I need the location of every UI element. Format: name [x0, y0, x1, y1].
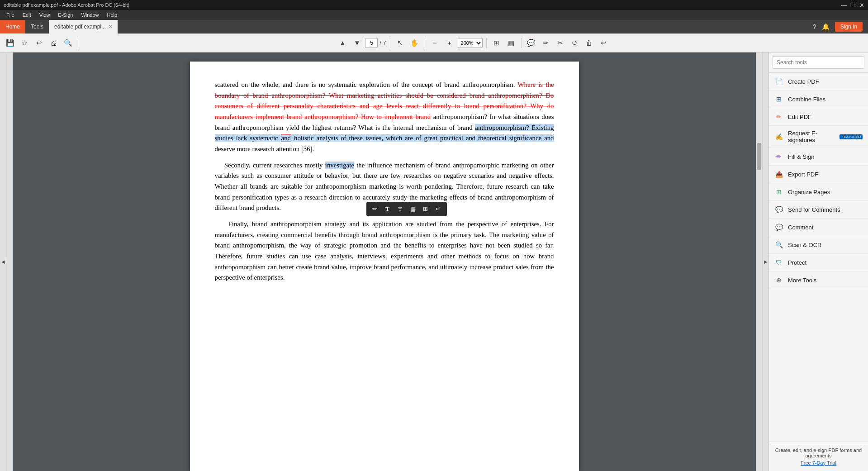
- page-input[interactable]: [365, 38, 378, 48]
- fill-sign-item[interactable]: ✏ Fill & Sign: [769, 148, 868, 166]
- highlighted-text-2: investigate: [325, 162, 354, 169]
- combine-files-item[interactable]: ⊞ Combine Files: [769, 90, 868, 108]
- zoom-select[interactable]: 200% 150% 100% 75%: [458, 38, 483, 48]
- export-pdf-icon: 📤: [774, 170, 783, 179]
- edit-pdf-icon: ✏: [774, 112, 783, 121]
- ft-text-strike[interactable]: T: [394, 204, 406, 214]
- protect-icon: 🛡: [774, 258, 783, 267]
- left-arrow-icon: ◀: [1, 259, 5, 264]
- two-page-icon[interactable]: ▦: [505, 37, 517, 49]
- create-pdf-icon: 📄: [774, 77, 783, 86]
- rotate-icon[interactable]: ↺: [569, 37, 581, 49]
- vertical-scrollbar[interactable]: [756, 52, 762, 471]
- restore-button[interactable]: ❐: [850, 2, 856, 9]
- window-controls[interactable]: — ❐ ✕: [841, 2, 864, 9]
- separator-5: [521, 38, 522, 48]
- total-pages: 7: [383, 40, 386, 46]
- undo-icon[interactable]: ↩: [598, 37, 610, 49]
- protect-item[interactable]: 🛡 Protect: [769, 254, 868, 271]
- menu-esign[interactable]: E-Sign: [54, 11, 76, 19]
- ft-text[interactable]: T: [382, 204, 394, 214]
- pdf-area: scattered on the whole, and there is no …: [6, 52, 762, 471]
- create-pdf-item[interactable]: 📄 Create PDF: [769, 73, 868, 90]
- fit-page-icon[interactable]: ⊞: [490, 37, 503, 49]
- send-comments-icon: 💬: [774, 205, 783, 214]
- tab-bar: Home Tools editable pdf exampl... ✕ ? 🔔 …: [0, 20, 868, 33]
- trial-link[interactable]: Free 7-Day Trial: [801, 460, 836, 466]
- scan-ocr-item[interactable]: 🔍 Scan & OCR: [769, 236, 868, 254]
- tab-tools[interactable]: Tools: [25, 20, 49, 33]
- save-icon[interactable]: 💾: [4, 37, 16, 49]
- para-1: scattered on the whole, and there is no …: [215, 80, 554, 155]
- comment-item[interactable]: 💬 Comment: [769, 219, 868, 236]
- menu-window[interactable]: Window: [77, 11, 102, 19]
- fill-sign-icon: ✏: [774, 152, 783, 161]
- notification-icon[interactable]: 🔔: [822, 23, 830, 30]
- organize-pages-item[interactable]: ⊞ Organize Pages: [769, 183, 868, 201]
- create-pdf-label: Create PDF: [788, 78, 819, 85]
- right-panel: 📄 Create PDF ⊞ Combine Files ✏ Edit PDF …: [768, 52, 868, 471]
- search-tools-input[interactable]: [773, 56, 864, 69]
- strikethrough-text: Where is the boundary of brand anthropom…: [215, 81, 554, 120]
- ft-highlight[interactable]: ▦: [407, 204, 419, 214]
- page-nav: / 7: [365, 38, 386, 48]
- edit-pdf-item[interactable]: ✏ Edit PDF: [769, 108, 868, 126]
- request-esign-item[interactable]: ✍ Request E-signatures FEATURED: [769, 126, 868, 148]
- edit-pdf-label: Edit PDF: [788, 114, 811, 120]
- more-tools-item[interactable]: ⊕ More Tools: [769, 271, 868, 289]
- hand-tool[interactable]: ✋: [408, 37, 421, 49]
- ft-pencil[interactable]: ✏: [369, 204, 381, 214]
- tab-tools-label: Tools: [31, 24, 43, 30]
- ft-box[interactable]: ⊞: [420, 204, 432, 214]
- scrollbar-thumb[interactable]: [757, 143, 761, 170]
- scan-ocr-icon: 🔍: [774, 240, 783, 249]
- comment-label: Comment: [788, 224, 813, 231]
- float-toolbar: ✏ T T ▦ ⊞ ↩: [366, 202, 447, 216]
- menu-file[interactable]: File: [3, 11, 18, 19]
- ft-arrow[interactable]: ↩: [432, 204, 444, 214]
- close-button[interactable]: ✕: [859, 2, 864, 9]
- export-pdf-item[interactable]: 📤 Export PDF: [769, 166, 868, 183]
- tab-document-label: editable pdf exampl...: [54, 24, 106, 30]
- right-collapse[interactable]: ▶: [762, 52, 768, 471]
- send-comments-label: Send for Comments: [788, 206, 840, 213]
- tab-home[interactable]: Home: [0, 20, 25, 33]
- menu-edit[interactable]: Edit: [19, 11, 35, 19]
- right-collapse-icon: ▶: [764, 259, 768, 264]
- zoom-in-icon[interactable]: +: [443, 37, 456, 49]
- send-comments-item[interactable]: 💬 Send for Comments: [769, 201, 868, 219]
- nav-next-icon[interactable]: ▼: [351, 37, 363, 49]
- comment-icon[interactable]: 💬: [525, 37, 538, 49]
- pencil-icon[interactable]: ✏: [540, 37, 552, 49]
- print-icon[interactable]: 🖨: [47, 37, 60, 49]
- fill-sign-label: Fill & Sign: [788, 153, 815, 160]
- zoom-out-icon[interactable]: −: [429, 37, 441, 49]
- request-esign-label: Request E-signatures: [788, 130, 835, 143]
- tab-document[interactable]: editable pdf exampl... ✕: [49, 20, 118, 33]
- find-icon[interactable]: 🔍: [62, 37, 74, 49]
- separator-1: [78, 38, 78, 48]
- bookmark-icon[interactable]: ☆: [18, 37, 31, 49]
- help-icon[interactable]: ?: [813, 23, 816, 30]
- separator-3: [425, 38, 425, 48]
- right-panel-footer: Create, edit, and e-sign PDF forms and a…: [769, 442, 868, 471]
- scissors-icon[interactable]: ✂: [554, 37, 567, 49]
- left-collapse[interactable]: ◀: [0, 52, 6, 471]
- menu-help[interactable]: Help: [104, 11, 121, 19]
- nav-prev-icon[interactable]: ▲: [336, 37, 349, 49]
- sign-in-button[interactable]: Sign In: [835, 22, 863, 32]
- tab-close-icon[interactable]: ✕: [109, 24, 112, 29]
- organize-pages-icon: ⊞: [774, 187, 783, 196]
- export-pdf-label: Export PDF: [788, 171, 818, 178]
- left-scrollbar: [6, 52, 13, 471]
- search-tools-box: [769, 52, 868, 73]
- selected-word: and: [281, 134, 291, 142]
- share-icon[interactable]: ↩: [33, 37, 45, 49]
- protect-label: Protect: [788, 259, 806, 266]
- minimize-button[interactable]: —: [841, 2, 847, 9]
- delete-icon[interactable]: 🗑: [583, 37, 596, 49]
- separator-2: [390, 38, 390, 48]
- tab-home-label: Home: [5, 24, 20, 30]
- menu-view[interactable]: View: [36, 11, 54, 19]
- cursor-tool[interactable]: ↖: [394, 37, 407, 49]
